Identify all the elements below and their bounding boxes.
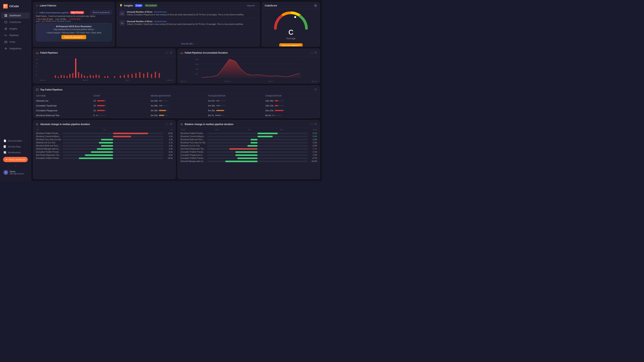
app-name: CICube — [9, 5, 19, 8]
ac-expand-btn[interactable]: ⛶ — [165, 122, 168, 126]
svg-rect-18 — [5, 41, 7, 43]
sidebar-item-integrations[interactable]: Integrations — [1, 46, 30, 52]
fp-x-labels: Nov 19 Nov 26 Dec 3 Dec 10 — [40, 79, 173, 81]
abs-track-5 — [63, 148, 163, 150]
abs-fill-3 — [99, 142, 113, 144]
row3-count: 3 — [91, 113, 148, 118]
sidebar-item-cubescore[interactable]: CubeScore — [1, 19, 30, 25]
svg-rect-57 — [147, 72, 148, 78]
row1-bg — [97, 105, 106, 106]
rel-label-5: (DevTools) Regression Tests (4... — [180, 148, 206, 150]
rel-x-0: -100% — [180, 129, 186, 131]
how-we-measure-button[interactable]: How we measure? — [279, 43, 302, 46]
insights-header: 💡 Insights 2 new 28 resolved View All → — [117, 2, 260, 9]
user-profile[interactable]: D Demo demo@cicube.io — [2, 168, 29, 176]
sidebar-label-pipelines: Pipelines — [9, 34, 19, 37]
rel-label-0: (Runtime) Publish Prereleases... — [180, 132, 206, 134]
sidebar-logo[interactable]: CICube — [0, 2, 31, 12]
sidebar-item-insights[interactable]: Insights — [1, 26, 30, 32]
view-all-bottom[interactable]: View All (30) → — [117, 41, 260, 46]
row1-count-bar: 13 — [94, 104, 117, 107]
svg-rect-6 — [5, 16, 6, 17]
svg-rect-53 — [132, 74, 133, 78]
sidebar-item-dashboard[interactable]: Dashboard — [1, 12, 30, 19]
abs-value-5: -2.0s — [165, 148, 173, 150]
svg-rect-34 — [64, 75, 65, 78]
row1-name: (Compiler) TypeScript — [33, 103, 91, 108]
col-pc95: PC95:@DURATION — [205, 94, 262, 98]
sidebar-documentation[interactable]: 📄 Documentation — [2, 138, 29, 143]
show-ai-fix-button[interactable]: Show AI potential fix — [91, 11, 112, 14]
feedback-button[interactable]: ★ Send a feedback! — [3, 157, 28, 162]
abs-row-3: (Shared) Lint (1m 14s) -1.3s — [36, 142, 173, 144]
rc-info-btn[interactable]: ⓘ — [314, 122, 317, 126]
row3-sum-fill — [272, 115, 274, 116]
rel-track-3 — [207, 142, 308, 144]
sidebar-item-pipelines[interactable]: Pipelines — [1, 32, 30, 38]
x-label-dec10: Dec 10 — [167, 79, 173, 81]
pipelines-icon — [4, 34, 8, 37]
rel-track-1 — [207, 136, 308, 137]
svg-rect-7 — [6, 16, 7, 17]
sidebar-label-cubescore: CubeScore — [9, 21, 21, 24]
row3-pc95-bg — [215, 115, 225, 116]
row3-median-bg — [159, 115, 168, 116]
abs-label-1: (Runtime) Commit Artifacts for... — [36, 135, 61, 138]
view-all-link[interactable]: View All → — [247, 4, 257, 7]
sidebar-workflowhub[interactable]: 🔄 WorkflowHub — [2, 150, 29, 155]
rc-expand-btn[interactable]: ⛶ — [310, 122, 313, 126]
insights-new-badge: 2 new — [134, 4, 143, 7]
rel-fill-7 — [236, 154, 258, 156]
fd-x-nov19: Nov 19 — [180, 80, 186, 82]
sidebar-item-costs[interactable]: Costs — [1, 39, 30, 45]
rel-track-0 — [207, 133, 308, 134]
row1-sum-bar: 13m 10s — [265, 104, 288, 107]
row1-sum: 13m 10s — [262, 103, 320, 108]
row2-median-bg — [159, 110, 168, 111]
row3-sum-bg — [272, 115, 282, 116]
cubescore-header: CubeScore ⓘ — [262, 2, 320, 9]
rel-x-4: 100% — [313, 129, 317, 131]
svg-rect-37 — [72, 73, 74, 78]
header-left: ⚠ Latest Failures — [36, 4, 56, 7]
fd-expand-btn[interactable]: ⛶ — [310, 51, 313, 54]
relative-change-card: Relative change in median pipeline durat… — [178, 120, 320, 179]
insight-item-0: Unusual Number of Runs facebook/react Cr… — [117, 9, 260, 18]
svg-rect-47 — [104, 76, 106, 78]
row2-pc95-bar: 4m 26s — [208, 109, 231, 112]
ai-promo-button[interactable]: Show AI potential fix — [61, 35, 86, 39]
sidebar-devops-blog[interactable]: 📝 DevOps Blog — [2, 144, 29, 149]
expand-btn[interactable]: ⛶ — [165, 51, 168, 54]
top-row: ⚠ Latest Failures ✓ coffee-lovers/espres… — [33, 2, 320, 46]
rel-value-8: -6.7% — [310, 157, 317, 159]
user-name: Demo — [10, 170, 24, 173]
tf-info-btn[interactable]: ⓘ — [314, 88, 317, 92]
rel-label-4: (Shared) Lint (1m 14s) — [180, 145, 206, 147]
fd-info-btn[interactable]: ⓘ — [314, 51, 317, 55]
abs-row-5: (Shared) Manage stale issues a... -2.0s — [36, 148, 173, 150]
row3-count-bar: 3 — [94, 114, 117, 116]
ac-info-btn[interactable]: ⓘ — [170, 122, 173, 126]
info-btn[interactable]: ⓘ — [170, 51, 173, 55]
cubescore-card: CubeScore ⓘ C Average — [262, 2, 320, 46]
rel-value-7: -7.2% — [310, 154, 317, 156]
rel-change-list: (Runtime) Publish Prereleases... 8.4% (R… — [178, 132, 320, 179]
svg-text:20m: 20m — [196, 63, 199, 65]
sidebar-collapse-btn[interactable]: ‹ — [2, 164, 29, 168]
rel-value-4: -2.0% — [310, 145, 317, 147]
abs-track-2 — [63, 139, 163, 140]
rel-fill-4 — [248, 145, 258, 147]
fd-x-labels: Nov 19 Nov 26 Dec 3 Dec 10 — [180, 80, 317, 82]
svg-rect-56 — [143, 74, 144, 78]
abs-fill-5 — [97, 148, 113, 150]
abs-row-7: (DevTools) Regression Tests (4... -8.5s — [36, 154, 173, 156]
cubescore-info-icon[interactable]: ⓘ — [314, 4, 317, 7]
svg-point-10 — [6, 28, 6, 29]
rel-row-3: (Runtime) Fuzz tests (1m 6s) -1.5% — [180, 142, 317, 144]
svg-rect-45 — [96, 74, 97, 78]
abs-x-labels: -3m 0m 3m — [33, 128, 175, 132]
rel-track-2 — [207, 139, 308, 140]
bar-chart-icon — [36, 52, 39, 54]
insights-title: Insights — [124, 4, 133, 7]
svg-rect-55 — [139, 72, 140, 78]
